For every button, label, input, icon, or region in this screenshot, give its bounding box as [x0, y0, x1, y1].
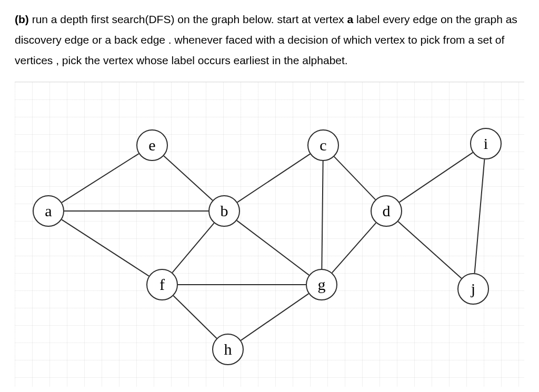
vertex-a: a	[33, 195, 64, 227]
vertex-f: f	[146, 269, 178, 300]
edge-g-h	[241, 294, 309, 340]
vertex-d: d	[371, 195, 402, 227]
problem-part1: run a depth first search(DFS) on the gra…	[29, 13, 347, 25]
edge-c-d	[334, 156, 375, 199]
graph-canvas: a b c d e f g h i j	[15, 82, 524, 387]
problem-label: (b)	[15, 13, 29, 25]
vertex-c: c	[307, 129, 339, 161]
edge-f-h	[173, 296, 216, 338]
edge-b-f	[172, 223, 214, 272]
edge-b-c	[237, 154, 310, 202]
edge-b-e	[164, 156, 213, 200]
edge-d-j	[398, 222, 461, 278]
edges-layer	[15, 82, 524, 387]
edge-b-g	[237, 220, 309, 275]
vertex-b: b	[208, 195, 240, 227]
edge-i-j	[475, 159, 485, 273]
edge-d-g	[332, 223, 376, 273]
problem-statement: (b) run a depth first search(DFS) on the…	[15, 9, 524, 71]
edge-d-i	[400, 152, 473, 202]
edge-c-g	[322, 161, 323, 269]
vertex-i: i	[470, 128, 502, 159]
edge-a-e	[62, 154, 138, 203]
vertex-e: e	[136, 129, 168, 161]
vertex-g: g	[306, 269, 337, 300]
start-vertex-name: a	[347, 13, 353, 25]
vertex-h: h	[212, 334, 244, 365]
edge-a-f	[62, 219, 149, 276]
vertex-j: j	[457, 273, 489, 305]
